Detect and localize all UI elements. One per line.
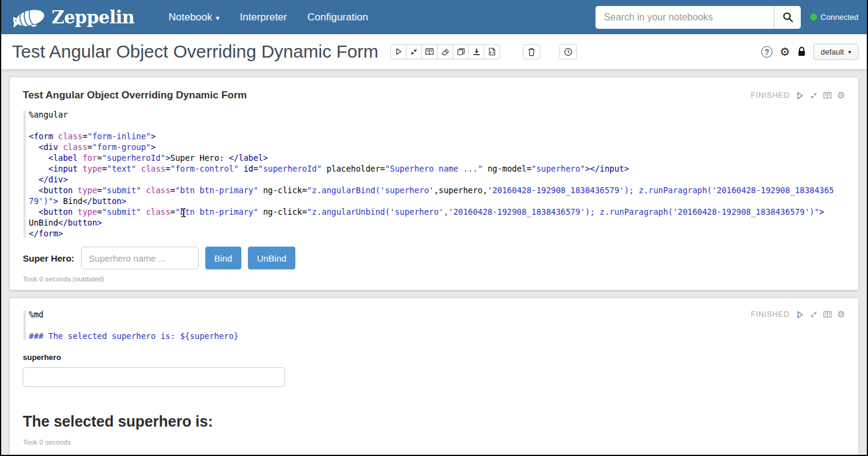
clone-icon (457, 47, 465, 56)
code-line[interactable] (29, 120, 845, 131)
help-icon[interactable]: ? (761, 46, 773, 58)
code-file-icon (488, 47, 496, 56)
code-line[interactable]: %md (29, 309, 845, 320)
clone-note-button[interactable] (453, 44, 469, 59)
play-icon (394, 47, 403, 56)
zeppelin-logo[interactable]: Zeppelin (13, 5, 134, 29)
scheduler-button[interactable] (559, 44, 577, 59)
nav-interpreter[interactable]: Interpreter (230, 11, 297, 23)
lock-icon[interactable] (797, 46, 806, 57)
paragraph-settings-gear-icon[interactable]: ⚙ (837, 90, 845, 101)
code-line[interactable] (29, 320, 845, 331)
eraser-icon (441, 48, 450, 56)
code-line[interactable]: <input type="text" class="form-control" … (29, 163, 845, 174)
delete-note-button[interactable] (523, 44, 540, 59)
code-line[interactable]: <div class="form-group"> (29, 142, 845, 152)
interpreter-binding-dropdown[interactable]: default ▾ (813, 44, 858, 60)
search-icon (782, 11, 794, 23)
run-paragraph-icon[interactable] (795, 91, 804, 100)
export-code-button[interactable] (484, 44, 500, 59)
code-line[interactable]: 79')"> Bind</button> (29, 196, 845, 206)
code-editor-markdown[interactable]: %md ### The selected superhero is: ${sup… (23, 309, 845, 341)
dynamic-form-label: superhero (23, 353, 845, 362)
execution-time: Took 0 seconds (23, 439, 845, 446)
paragraph-markdown: FINISHED ⚙ %md ### The selected superher… (10, 298, 858, 456)
notebook-search (595, 6, 801, 29)
show-hide-code-button[interactable] (421, 44, 438, 59)
note-toolbar (390, 44, 500, 59)
code-line[interactable]: <form class="form-inline"> (29, 131, 845, 142)
note-action-bar: Test Angular Object Overriding Dynamic F… (1, 34, 867, 70)
show-editor-icon[interactable] (823, 91, 832, 100)
bind-button[interactable]: Bind (205, 247, 241, 269)
angular-rendered-form: Super Hero: Bind UnBind (23, 247, 845, 269)
code-line[interactable]: </form> (29, 228, 845, 239)
nav-configuration[interactable]: Configuration (297, 11, 378, 23)
editor-gutter (23, 310, 26, 340)
zeppelin-airship-icon (13, 5, 47, 29)
status-badge: FINISHED (751, 91, 790, 100)
search-button[interactable] (774, 6, 801, 29)
collapse-button[interactable] (406, 44, 422, 59)
code-line[interactable]: <button type="submit" class="btn btn-pri… (29, 185, 845, 196)
code-line[interactable]: <label for="superheroId">Super Hero: </l… (29, 152, 845, 163)
superhero-input[interactable] (81, 247, 199, 269)
connected-dot-icon (810, 14, 817, 20)
chevron-down-icon: ▾ (216, 14, 220, 22)
superhero-label: Super Hero: (23, 253, 74, 263)
editor-gutter (23, 110, 26, 238)
chevron-down-icon: ▾ (848, 49, 851, 55)
unbind-button[interactable]: UnBind (248, 247, 295, 269)
code-line[interactable]: UnBind</button> (29, 217, 845, 228)
dynamic-form-superhero-input[interactable] (23, 367, 285, 387)
settings-gear-icon[interactable]: ⚙ (780, 46, 790, 58)
book-icon (425, 47, 434, 56)
code-line[interactable]: <button type="submit" class="btn btn-pri… (29, 206, 845, 217)
code-line[interactable]: %angular (29, 109, 845, 120)
paragraph-angular: Test Angular Object Overriding Dynamic F… (10, 77, 858, 290)
run-all-paragraphs-button[interactable] (390, 44, 406, 59)
brand-name: Zeppelin (52, 7, 134, 28)
note-title[interactable]: Test Angular Object Overriding Dynamic F… (12, 41, 378, 62)
clear-output-button[interactable] (437, 44, 453, 59)
trash-icon (528, 47, 535, 56)
paragraph-controls: FINISHED ⚙ (751, 90, 845, 101)
top-navbar: Zeppelin Notebook ▾ Interpreter Configur… (1, 0, 867, 34)
search-input[interactable] (595, 6, 774, 29)
collapse-paragraph-icon[interactable] (810, 92, 818, 100)
nav-notebook[interactable]: Notebook ▾ (158, 11, 230, 23)
code-editor-angular[interactable]: %angular <form class="form-inline"> <div… (23, 109, 845, 239)
connection-label: Connected (821, 13, 858, 22)
code-line[interactable]: </div> (29, 174, 845, 185)
markdown-heading: The selected superhero is: (23, 413, 845, 430)
code-line[interactable]: ### The selected superhero is: ${superhe… (29, 331, 845, 341)
download-icon (472, 47, 481, 56)
clock-icon (564, 47, 573, 56)
export-note-button[interactable] (468, 44, 484, 59)
connection-status: Connected (810, 13, 858, 22)
collapse-arrows-icon (410, 48, 418, 56)
execution-time: Took 0 seconds (outdated) (23, 275, 845, 283)
paragraph-title: Test Angular Object Overriding Dynamic F… (23, 89, 247, 101)
